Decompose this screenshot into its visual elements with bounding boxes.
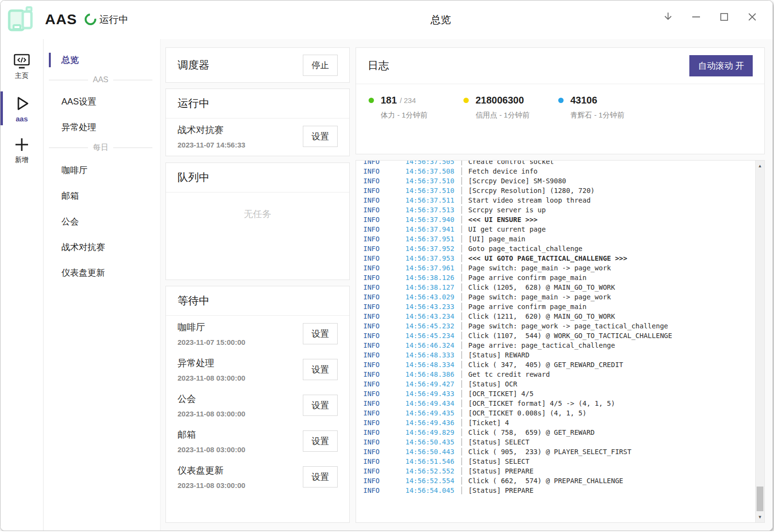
log-level: INFO (363, 369, 405, 379)
task-row: 邮箱 2023-11-08 03:00:00 设置 (166, 423, 349, 459)
log-scrollbar[interactable]: ▲ ▼ (755, 161, 764, 522)
stat-dot-icon (463, 98, 469, 103)
task-row: 咖啡厅 2023-11-07 15:00:00 设置 (166, 316, 349, 352)
waiting-card: 等待中 咖啡厅 2023-11-07 15:00:00 设置 异常处理 2023… (165, 286, 350, 523)
sidebar-item[interactable]: 邮箱 (44, 186, 160, 206)
log-message: <<< UI GOTO PAGE_TACTICAL_CHALLENGE >>> (468, 253, 627, 263)
log-message: Create control socket (468, 160, 554, 166)
log-level: INFO (363, 418, 405, 428)
nav-rail: 主页 aas 新增 (0, 39, 44, 531)
log-separator (461, 245, 462, 252)
log-message: Click ( 905, 233) @ PLAYER_SELECT_FIRST (468, 447, 631, 457)
app-window: AAS 运行中 总览 (0, 0, 773, 531)
log-message: [Status] OCR (468, 379, 517, 389)
autoscroll-toggle-button[interactable]: 自动滚动 开 (689, 55, 753, 76)
sidebar-item[interactable]: 仪表盘更新 (44, 263, 160, 283)
log-line: INFO 14:56:37.505 Create control socket (356, 160, 764, 166)
log-line: INFO 14:56:50.443 Click ( 905, 233) @ PL… (356, 447, 764, 457)
log-time: 14:56:37.511 (405, 195, 461, 205)
task-name: 异常处理 (178, 357, 245, 369)
log-level: INFO (363, 282, 405, 292)
log-separator (461, 206, 462, 214)
download-icon[interactable] (659, 8, 677, 26)
settings-button[interactable]: 设置 (303, 126, 338, 147)
stat-label: 体力 - 1分钟前 (381, 111, 463, 120)
log-message: [Status] SELECT (468, 457, 529, 466)
log-separator (461, 448, 462, 456)
sidebar-item[interactable]: 异常处理 (44, 117, 160, 137)
log-message: [UI] page_main (468, 234, 525, 244)
scheduler-card: 调度器 停止 (165, 47, 350, 83)
stop-button[interactable]: 停止 (303, 55, 338, 76)
brand: AAS 运行中 (5, 4, 128, 35)
log-separator (461, 225, 462, 233)
log-line: INFO 14:56:48.334 Click ( 347, 405) @ GE… (356, 360, 764, 369)
log-level: INFO (363, 466, 405, 476)
sidebar-item[interactable]: AAS设置 (44, 91, 160, 112)
log-line: INFO 14:56:49.433 [OCR_TICKET] 4/5 (356, 389, 764, 399)
log-separator (461, 160, 462, 165)
settings-button[interactable]: 设置 (303, 323, 338, 344)
log-level: INFO (363, 186, 405, 195)
task-time: 2023-11-07 14:56:33 (178, 141, 245, 149)
log-line: INFO 14:56:48.386 Get tc credit reward (356, 369, 764, 379)
log-message: [Status] SELECT (468, 437, 529, 447)
settings-button[interactable]: 设置 (303, 430, 338, 452)
page-title: 总览 (431, 13, 451, 27)
window-controls (659, 8, 761, 26)
log-line: INFO 14:56:49.829 Click ( 758, 659) @ GE… (356, 428, 764, 437)
sidebar-item[interactable]: 战术对抗赛 (44, 237, 160, 257)
log-time: 14:56:37.941 (405, 224, 461, 234)
nav-item-new[interactable]: 新增 (0, 131, 43, 169)
nav-item-home[interactable]: 主页 (0, 48, 43, 86)
log-line: INFO 14:56:37.941 UI get current page (356, 224, 764, 234)
log-viewer: INFO 14:56:37.505 Create control socket … (356, 160, 765, 523)
resource-stat: 218006300 信用点 - 1分钟前 (463, 95, 558, 120)
queued-empty-text: 无任务 (166, 192, 349, 221)
log-separator (461, 293, 462, 301)
log-time: 14:56:49.436 (405, 418, 461, 428)
log-time: 14:56:45.232 (405, 321, 461, 331)
sidebar-item[interactable]: 公会 (44, 211, 160, 232)
log-separator (461, 409, 462, 417)
log-message: UI get current page (468, 224, 546, 234)
maximize-icon[interactable] (715, 8, 733, 26)
stat-label: 青辉石 - 1分钟前 (570, 111, 653, 120)
task-row: 仪表盘更新 2023-11-08 03:00:00 设置 (166, 459, 349, 495)
log-line: INFO 14:56:49.436 [Ticket] 4 (356, 418, 764, 428)
log-message: [Scrcpy Device] SM-S9080 (468, 176, 566, 186)
log-separator (461, 196, 462, 204)
close-icon[interactable] (744, 8, 761, 26)
log-time: 14:56:49.829 (405, 428, 461, 437)
nav-item-label: aas (15, 115, 28, 123)
log-message: [Scrcpy Resolution] (1280, 720) (468, 186, 595, 195)
log-level: INFO (363, 399, 405, 408)
log-message: [Status] REWARD (468, 350, 529, 360)
scrollbar-thumb[interactable] (757, 487, 763, 511)
log-separator (461, 467, 462, 475)
settings-button[interactable]: 设置 (303, 466, 338, 488)
nav-item-aas[interactable]: aas (0, 89, 43, 127)
settings-button[interactable]: 设置 (303, 395, 338, 416)
log-level: INFO (363, 166, 405, 176)
log-message: Click (1107, 544) @ WORK_GO_TO_TACTICAL_… (468, 331, 672, 340)
scrollbar-up-icon[interactable]: ▲ (756, 162, 764, 170)
log-separator (461, 303, 462, 310)
log-level: INFO (363, 447, 405, 457)
log-line: INFO 14:56:37.961 Page switch: page_main… (356, 263, 764, 273)
log-message: Page arrive confirm page_main (468, 273, 586, 282)
log-line: INFO 14:56:50.435 [Status] SELECT (356, 437, 764, 447)
log-level: INFO (363, 486, 405, 495)
log-message: [Status] PREPARE (468, 466, 534, 476)
tasks-column: 调度器 停止 运行中 战术对抗赛 2023-11-07 14:56:33 设置 … (165, 47, 350, 523)
settings-button[interactable]: 设置 (303, 359, 338, 380)
log-level: INFO (363, 205, 405, 215)
stat-label: 信用点 - 1分钟前 (476, 111, 558, 120)
log-separator (461, 438, 462, 446)
log-time: 14:56:37.953 (405, 253, 461, 263)
scrollbar-down-icon[interactable]: ▼ (756, 513, 764, 521)
log-time: 14:56:43.233 (405, 302, 461, 311)
minimize-icon[interactable] (687, 8, 705, 26)
sidebar-item[interactable]: 总览 (44, 50, 160, 70)
sidebar-item[interactable]: 咖啡厅 (44, 160, 160, 180)
